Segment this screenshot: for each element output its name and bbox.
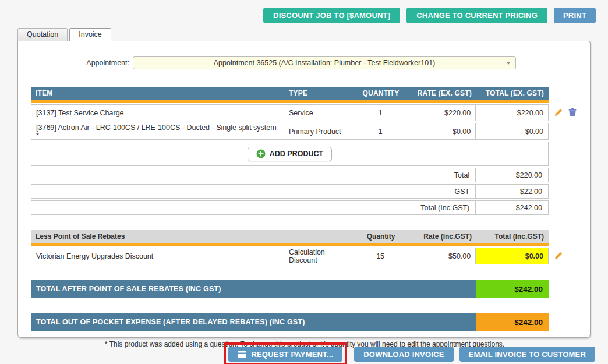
- summary-row-total-inc-gst: Total (Inc GST) $242.00: [31, 200, 549, 215]
- grand-total-value: $242.00: [476, 280, 549, 298]
- tab-bar: Quotation Invoice: [17, 28, 113, 41]
- chevron-down-icon[interactable]: [506, 62, 511, 65]
- summary-label: Total: [31, 168, 476, 182]
- header-quantity: QUANTITY: [356, 89, 405, 97]
- total-out-of-pocket-row: TOTAL OUT OF POCKET EXPENSE (AFTER DELAY…: [31, 313, 549, 331]
- pencil-icon: [554, 108, 563, 117]
- download-invoice-label: DOWNLOAD INVOICE: [363, 350, 444, 359]
- appointment-row: Appointment: Appointment 36525 (A/C Inst…: [31, 56, 590, 69]
- cell-type: Primary Product: [284, 123, 356, 139]
- summary-row-total: Total $220.00: [31, 168, 549, 182]
- delete-row-button[interactable]: [568, 108, 577, 117]
- cell-item: [3137] Test Service Charge: [31, 105, 284, 121]
- cell-item: Victorian Energy Upgrades Discount: [31, 248, 284, 264]
- grand-total-value: $242.00: [476, 313, 549, 331]
- header-item: ITEM: [31, 89, 284, 97]
- trash-icon: [568, 108, 577, 117]
- cell-quantity: 15: [356, 248, 405, 264]
- cell-total: $0.00: [476, 123, 548, 139]
- change-pricing-button[interactable]: CHANGE TO CURRENT PRICING: [406, 8, 547, 23]
- summary-label: Total (Inc GST): [31, 201, 476, 214]
- header-total: TOTAL (EX. GST): [476, 89, 549, 97]
- header-type: TYPE: [284, 89, 356, 97]
- email-invoice-button[interactable]: EMAIL INVOICE TO CUSTOMER: [459, 347, 595, 362]
- cell-quantity: 1: [356, 123, 405, 139]
- appointment-select[interactable]: Appointment 36525 (A/C Installation: Plu…: [133, 56, 516, 69]
- grand-total-label: TOTAL OUT OF POCKET EXPENSE (AFTER DELAY…: [31, 313, 476, 331]
- add-product-label: ADD PRODUCT: [270, 150, 323, 158]
- invoice-panel: Appointment: Appointment 36525 (A/C Inst…: [17, 41, 591, 338]
- summary-value: $220.00: [476, 171, 548, 179]
- cell-quantity: 1: [356, 105, 405, 121]
- rebates-header-rate: Rate (Inc.GST): [405, 232, 476, 241]
- request-payment-button[interactable]: REQUEST PAYMENT...: [228, 347, 342, 362]
- annotation-highlight-box: REQUEST PAYMENT...: [224, 342, 347, 364]
- cell-rate: $50.00: [405, 248, 476, 264]
- cell-type: Service: [284, 105, 356, 121]
- cell-rate: $220.00: [405, 105, 476, 121]
- credit-card-icon: [238, 351, 246, 358]
- footer-actions: REQUEST PAYMENT... DOWNLOAD INVOICE EMAI…: [224, 342, 595, 364]
- header-accent-bar: [31, 100, 549, 103]
- rebate-row: Victorian Energy Upgrades Discount Calcu…: [31, 248, 578, 264]
- grand-total-label: TOTAL AFTER POINT OF SALE REBATES (INC G…: [31, 280, 476, 298]
- edit-rebate-button[interactable]: [554, 252, 563, 260]
- edit-row-button[interactable]: [554, 108, 563, 117]
- add-product-row: ADD PRODUCT: [31, 142, 549, 166]
- email-invoice-label: EMAIL INVOICE TO CUSTOMER: [469, 350, 586, 359]
- header-rate: RATE (EX. GST): [405, 89, 476, 97]
- total-after-pos-rebates-row: TOTAL AFTER POINT OF SALE REBATES (INC G…: [31, 280, 549, 298]
- cell-total-highlighted: $0.00: [476, 248, 548, 264]
- table-row: [3137] Test Service Charge Service 1 $22…: [31, 104, 578, 121]
- download-invoice-button[interactable]: DOWNLOAD INVOICE: [354, 347, 453, 362]
- plus-circle-icon: [256, 149, 266, 158]
- rebates-header-total: Total (Inc.GST): [476, 232, 549, 241]
- cell-type: Calculation Discount: [284, 248, 356, 264]
- appointment-selected-value: Appointment 36525 (A/C Installation: Plu…: [214, 59, 436, 67]
- tab-invoice[interactable]: Invoice: [69, 28, 111, 41]
- request-payment-label: REQUEST PAYMENT...: [251, 350, 333, 359]
- table-row: [3769] Actron Air - LRC-100CS / LRE-100C…: [31, 123, 578, 140]
- cell-total: $220.00: [476, 105, 548, 121]
- summary-value: $22.00: [476, 188, 548, 196]
- invoice-table-header: ITEM TYPE QUANTITY RATE (EX. GST) TOTAL …: [31, 87, 549, 100]
- rebates-header: Less Point of Sale Rebates Quantity Rate…: [31, 230, 549, 243]
- cell-rate: $0.00: [405, 123, 476, 139]
- tab-quotation[interactable]: Quotation: [17, 28, 68, 41]
- pencil-icon: [554, 252, 563, 260]
- invoice-table: ITEM TYPE QUANTITY RATE (EX. GST) TOTAL …: [31, 87, 578, 348]
- rebates-accent-bar: [31, 243, 549, 246]
- summary-row-gst: GST $22.00: [31, 184, 549, 199]
- rebates-title: Less Point of Sale Rebates: [31, 232, 284, 241]
- print-button[interactable]: PRINT: [554, 8, 596, 23]
- summary-value: $242.00: [476, 204, 548, 212]
- discount-job-button[interactable]: DISCOUNT JOB TO [$AMOUNT]: [263, 8, 400, 23]
- add-product-button[interactable]: ADD PRODUCT: [248, 147, 332, 161]
- rebates-header-quantity: Quantity: [356, 232, 405, 241]
- cell-item: [3769] Actron Air - LRC-100CS / LRE-100C…: [31, 123, 284, 139]
- summary-label: GST: [31, 185, 476, 198]
- top-toolbar: DISCOUNT JOB TO [$AMOUNT] CHANGE TO CURR…: [263, 8, 596, 23]
- appointment-label: Appointment:: [31, 59, 129, 67]
